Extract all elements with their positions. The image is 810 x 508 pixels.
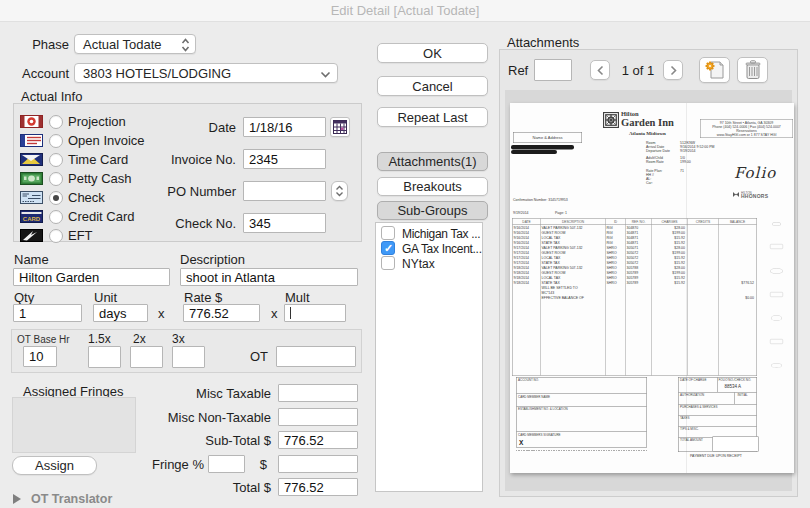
date-field[interactable]: 1/18/16 bbox=[243, 117, 326, 137]
ref-label: Ref bbox=[505, 59, 532, 81]
checkbox-nytax[interactable] bbox=[381, 256, 395, 270]
breakouts-button[interactable]: Breakouts bbox=[377, 177, 488, 196]
prev-attachment-button[interactable] bbox=[590, 60, 610, 80]
unit-label: Unit bbox=[94, 290, 117, 305]
payment-type-label: Projection bbox=[68, 114, 126, 129]
disclosure-triangle-icon[interactable] bbox=[13, 494, 21, 504]
phase-dropdown[interactable]: Actual Todate bbox=[74, 34, 196, 54]
ot-15x-field[interactable] bbox=[88, 346, 121, 368]
radio-open-invoice[interactable] bbox=[49, 134, 63, 148]
description-label: Description bbox=[180, 252, 245, 267]
radio-eft[interactable] bbox=[49, 229, 63, 243]
new-attachment-button[interactable] bbox=[699, 57, 730, 83]
open-invoice-icon bbox=[20, 134, 43, 147]
payment-type-petty-cash[interactable]: Petty Cash bbox=[20, 169, 132, 188]
scan-brand-sub: Atlanta Midtown bbox=[629, 130, 666, 136]
cancel-button[interactable]: Cancel bbox=[377, 76, 488, 96]
scan-info-value: 71 bbox=[680, 169, 684, 173]
ot-label: OT bbox=[200, 346, 268, 367]
qty-field[interactable]: 1 bbox=[13, 304, 82, 322]
stepper-icon bbox=[335, 185, 344, 197]
trash-icon bbox=[745, 60, 761, 80]
chevron-down-icon bbox=[320, 71, 331, 78]
payment-type-projection[interactable]: Projection bbox=[20, 112, 126, 131]
stepper-icon bbox=[180, 38, 191, 52]
scan-table-row: EFFECTIVE BALANCE OF$0.00 bbox=[513, 295, 757, 300]
delete-attachment-button[interactable] bbox=[737, 57, 768, 83]
subtotal-label: Sub-Total $ bbox=[155, 431, 271, 449]
checkbox-ga-tax-incentive[interactable] bbox=[381, 241, 395, 255]
phase-value: Actual Todate bbox=[83, 37, 162, 52]
radio-petty-cash[interactable] bbox=[49, 172, 63, 186]
mult-label: Mult bbox=[285, 290, 310, 305]
invoice-scan-content: Hilton Garden Inn Atlanta Midtown 97 10t… bbox=[510, 103, 793, 473]
ref-field[interactable] bbox=[534, 59, 572, 81]
ot-translator-label[interactable]: OT Translator bbox=[31, 492, 112, 506]
po-stepper[interactable] bbox=[331, 181, 348, 201]
checkbox-michigan-tax[interactable] bbox=[381, 226, 395, 240]
calendar-button[interactable] bbox=[330, 117, 350, 137]
ot-2x-label: 2x bbox=[133, 332, 146, 346]
attachments-button[interactable]: Attachments(1) bbox=[377, 152, 488, 171]
misc-nontaxable-field[interactable] bbox=[278, 408, 358, 426]
fringe-dollar-label: $ bbox=[230, 455, 267, 473]
sub-groups-button[interactable]: Sub-Groups bbox=[377, 201, 488, 220]
attachments-panel-title: Attachments bbox=[507, 35, 579, 50]
scan-hotel-address: 97 10th Street • Atlanta, GA 30309 Phone… bbox=[700, 119, 793, 138]
po-number-field[interactable] bbox=[243, 181, 326, 201]
tax-item-label: GA Tax Incent... bbox=[402, 242, 483, 256]
ot-base-hr-label: OT Base Hr bbox=[17, 334, 70, 345]
attachment-scan: Hilton Garden Inn Atlanta Midtown 97 10t… bbox=[510, 103, 794, 473]
titlebar: Edit Detail [Actual Todate] bbox=[0, 0, 810, 22]
scan-info-label: AL: bbox=[646, 177, 651, 181]
account-label: Account bbox=[0, 63, 69, 83]
total-field[interactable]: 776.52 bbox=[278, 478, 358, 496]
radio-credit-card[interactable] bbox=[49, 210, 63, 224]
repeat-last-button[interactable]: Repeat Last bbox=[377, 107, 488, 127]
scan-info-label: HH # bbox=[646, 173, 654, 177]
payment-type-check[interactable]: Check bbox=[20, 188, 105, 207]
page-indicator: 1 of 1 bbox=[613, 63, 663, 78]
fringe-dollar-field[interactable] bbox=[278, 455, 358, 473]
scan-info-value: 9/16/2014 9:52:00 PM bbox=[680, 145, 714, 149]
phase-label: Phase bbox=[0, 34, 69, 54]
scan-info-value: 512/KNW bbox=[680, 141, 695, 145]
mult-field[interactable] bbox=[284, 304, 346, 322]
payment-type-time-card[interactable]: Time Card bbox=[20, 150, 128, 169]
scan-confirmation: Confirmation Number: 3145719953 bbox=[513, 198, 568, 202]
total-label: Total $ bbox=[155, 478, 271, 496]
name-field[interactable]: Hilton Garden bbox=[13, 268, 170, 286]
unit-field[interactable]: days bbox=[93, 304, 148, 322]
description-field[interactable]: shoot in Atlanta bbox=[180, 268, 358, 286]
time-card-icon bbox=[20, 153, 43, 166]
radio-check[interactable] bbox=[49, 191, 63, 205]
misc-nontaxable-label: Misc Non-Taxable bbox=[155, 408, 271, 426]
next-attachment-button[interactable] bbox=[663, 60, 683, 80]
scan-info-label: Adult/Child bbox=[646, 156, 663, 160]
radio-projection[interactable] bbox=[49, 115, 63, 129]
misc-taxable-field[interactable] bbox=[278, 384, 358, 402]
invoice-no-field[interactable]: 2345 bbox=[243, 149, 326, 169]
scan-signature-x: X bbox=[519, 439, 523, 447]
ot-base-hr-field[interactable]: 10 bbox=[23, 346, 57, 367]
scan-redaction bbox=[511, 145, 574, 150]
account-dropdown[interactable]: 3803 HOTELS/LODGING bbox=[74, 63, 338, 83]
tax-item-label: Michigan Tax ... bbox=[402, 227, 483, 241]
scan-info-value: 9/19/2014 bbox=[680, 149, 696, 153]
subtotal-field[interactable]: 776.52 bbox=[278, 431, 358, 449]
assigned-fringes-box bbox=[12, 397, 136, 453]
ok-button[interactable]: OK bbox=[377, 43, 488, 63]
check-no-field[interactable]: 345 bbox=[243, 213, 326, 233]
rate-field[interactable]: 776.52 bbox=[183, 304, 260, 322]
payment-type-eft[interactable]: EFT bbox=[20, 226, 93, 245]
payment-type-credit-card[interactable]: CARD Credit Card bbox=[20, 207, 134, 226]
ot-15x-label: 1.5x bbox=[88, 332, 111, 346]
ot-field[interactable] bbox=[276, 346, 356, 367]
scan-folio-script: Folio bbox=[734, 164, 776, 182]
radio-time-card[interactable] bbox=[49, 153, 63, 167]
scan-info-label: Departure Date bbox=[646, 149, 670, 153]
scan-slip-right: DATE OF CHARGE FOLIO NO./CHECK NO. 88534… bbox=[678, 377, 757, 452]
assign-button[interactable]: Assign bbox=[12, 456, 97, 475]
ot-2x-field[interactable] bbox=[130, 346, 163, 368]
scan-info-label: Rate Plan: bbox=[646, 169, 662, 173]
